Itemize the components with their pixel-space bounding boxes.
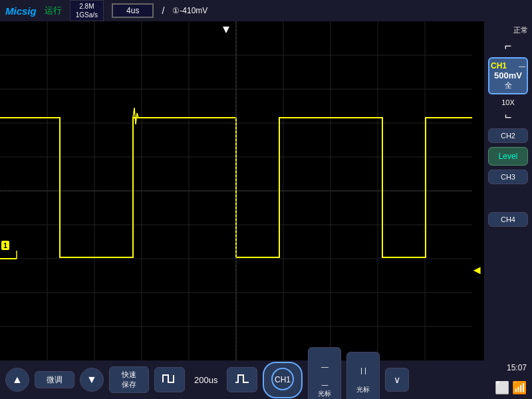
top-bar: Micsig 运行 2.8M 1GSa/s 4us / ①-410mV xyxy=(0,0,532,21)
ch1-select-button[interactable]: CH1 xyxy=(263,362,303,398)
grid-svg xyxy=(0,21,484,360)
ch1-circle-icon: CH1 xyxy=(271,367,295,391)
cursor2-label: 光标 xyxy=(352,385,374,394)
level-knob[interactable]: Level xyxy=(488,147,528,166)
wave-square-left-button[interactable] xyxy=(154,367,185,392)
sample-rate-box: 2.8M 1GSa/s xyxy=(70,0,104,21)
fine-adjust-label[interactable]: 微调 xyxy=(35,371,74,389)
cursor2-button[interactable]: | | 光标 xyxy=(346,352,380,399)
ch2-button[interactable]: CH2 xyxy=(488,128,528,143)
square-wave-right-icon xyxy=(234,372,250,385)
wave-square-right-button[interactable] xyxy=(227,367,257,392)
scope-screen[interactable]: 1 ◄ xyxy=(0,21,484,360)
trigger-direction-icon: / xyxy=(162,5,164,16)
signal-icon: 📶 xyxy=(512,380,527,395)
cursor2-icon: | | xyxy=(352,366,374,375)
trigger-down-icon: ⌐ xyxy=(505,110,512,124)
cursor1-label: — 光标 xyxy=(314,380,335,398)
clock-display: 15:07 xyxy=(507,363,527,372)
timebase-box[interactable]: 4us xyxy=(112,3,154,18)
dropdown-button[interactable]: ∨ xyxy=(385,368,409,392)
ch1-name: CH1 xyxy=(491,61,507,70)
fine-adjust-down-button[interactable]: ▼ xyxy=(80,368,104,392)
bottom-icons: ⬜ 📶 xyxy=(495,380,527,395)
fine-adjust-up-button[interactable]: ▲ xyxy=(5,368,29,392)
logo: Micsig xyxy=(5,5,37,17)
timebase-label: 200us xyxy=(190,375,221,385)
ch3-button[interactable]: CH3 xyxy=(488,170,528,184)
ch1-info-box[interactable]: CH1 — 500mV 全 xyxy=(488,57,528,94)
ch4-button[interactable]: CH4 xyxy=(488,212,528,227)
timebase-value: 4us xyxy=(126,6,139,15)
ch1-coupling: — xyxy=(519,63,525,70)
trigger-level-marker: ◄ xyxy=(471,264,483,276)
cursor1-icon: — xyxy=(314,362,335,371)
ch1-channel-marker: 1 xyxy=(1,241,9,250)
status-indicator: 运行 xyxy=(45,5,62,17)
trigger-up-icon: ⌐ xyxy=(505,39,512,53)
main-area: 1 ◄ 正常 ⌐ CH1 — 500mV 全 10X ⌐ CH2 Level C… xyxy=(0,21,532,360)
ch1-probe-ratio: 10X xyxy=(501,98,515,106)
svg-text:CH1: CH1 xyxy=(275,375,291,384)
cursor1-button[interactable]: — — 光标 xyxy=(308,347,341,399)
square-wave-icon xyxy=(162,372,178,385)
quick-save-button[interactable]: 快速 保存 xyxy=(109,366,149,394)
right-panel: 正常 ⌐ CH1 — 500mV 全 10X ⌐ CH2 Level CH3 C… xyxy=(484,21,532,360)
battery-icon: ⬜ xyxy=(495,380,509,395)
ch1-voltage: 500mV xyxy=(491,70,525,80)
trigger-level-display: ①-410mV xyxy=(172,6,207,15)
trigger-mode-label: 正常 xyxy=(488,25,528,35)
ch1-mode: 全 xyxy=(491,80,525,90)
bottom-bar: ▲ 微调 ▼ 快速 保存 200us CH1 — — 光标 | | 光标 ∨ 1… xyxy=(0,360,532,399)
